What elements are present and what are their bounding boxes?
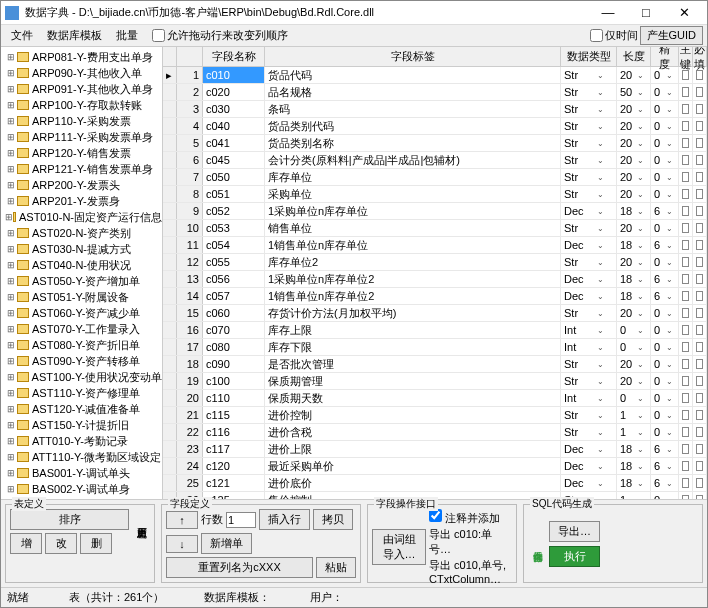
copy-button[interactable]: 拷贝 [313, 509, 353, 530]
gen-guid-button[interactable]: 产生GUID [640, 26, 704, 45]
grid-row[interactable]: 23c117进价上限Dec⌄18⌄6⌄ [163, 441, 707, 458]
byword-button[interactable]: 由词组导入… [372, 529, 426, 565]
tree-node[interactable]: ⊞ARP111-Y-采购发票单身 [1, 129, 162, 145]
tree-node[interactable]: ⊞ARP121-Y-销售发票单身 [1, 161, 162, 177]
tree-node[interactable]: ⊞ARP090-Y-其他收入单 [1, 65, 162, 81]
maximize-button[interactable]: □ [627, 2, 665, 24]
down-button[interactable]: ↓ [166, 535, 198, 553]
grid-row[interactable]: 2c020品名规格Str⌄50⌄0⌄ [163, 84, 707, 101]
col-index[interactable] [177, 47, 203, 66]
tree-node[interactable]: ⊞AST150-Y-计提折旧 [1, 417, 162, 433]
paste-button[interactable]: 粘贴 [316, 557, 356, 578]
grid-row[interactable]: 21c115进价控制Str⌄1⌄0⌄ [163, 407, 707, 424]
menu-batch[interactable]: 批量 [110, 26, 144, 45]
allow-drag-checkbox[interactable]: 允许拖动行来改变列顺序 [152, 28, 288, 43]
grid-row[interactable]: ▸1c010货品代码Str⌄20⌄0⌄ [163, 67, 707, 84]
grid-row[interactable]: 18c090是否批次管理Str⌄20⌄0⌄ [163, 356, 707, 373]
grid-row[interactable]: 7c050库存单位Str⌄20⌄0⌄ [163, 169, 707, 186]
col-label[interactable]: 字段标签 [265, 47, 561, 66]
titlebar: 数据字典 - D:\_bijiade.cn\币加德-客户端\ERP\bin\De… [1, 1, 707, 25]
tree-node[interactable]: ⊞ARP100-Y-存取款转账 [1, 97, 162, 113]
tree-node[interactable]: ⊞AST050-Y-资产增加单 [1, 273, 162, 289]
grid-row[interactable]: 24c120最近采购单价Dec⌄18⌄6⌄ [163, 458, 707, 475]
grid-header: 字段名称 字段标签 数据类型 长度 精度 主键 必填 [163, 47, 707, 67]
tree-node[interactable]: ⊞ARP120-Y-销售发票 [1, 145, 162, 161]
tree-node[interactable]: ⊞AST120-Y-减值准备单 [1, 401, 162, 417]
tree-node[interactable]: ⊞BAS001-Y-调试单头 [1, 465, 162, 481]
col-precision[interactable]: 精度 [651, 47, 679, 66]
tree-node[interactable]: ⊞ATT110-Y-微考勤区域设定 [1, 449, 162, 465]
tree-node[interactable]: ⊞AST090-Y-资产转移单 [1, 353, 162, 369]
comment-add-checkbox[interactable]: 注释并添加 [429, 509, 512, 526]
window-title: 数据字典 - D:\_bijiade.cn\币加德-客户端\ERP\bin\De… [25, 5, 589, 20]
tree-node[interactable]: ⊞ARP081-Y-费用支出单身 [1, 49, 162, 65]
menubar: 文件 数据库模板 批量 允许拖动行来改变列顺序 仅时间 产生GUID [1, 25, 707, 47]
del-button[interactable]: 删 [80, 533, 112, 554]
col-fieldname[interactable]: 字段名称 [203, 47, 265, 66]
tree-node[interactable]: ⊞AST070-Y-工作量录入 [1, 321, 162, 337]
tree-node[interactable]: ⊞AST010-N-固定资产运行信息 [1, 209, 162, 225]
grid-body[interactable]: ▸1c010货品代码Str⌄20⌄0⌄2c020品名规格Str⌄50⌄0⌄3c0… [163, 67, 707, 499]
sort-button[interactable]: 排序 [10, 509, 129, 530]
menu-dbtpl[interactable]: 数据库模板 [41, 26, 108, 45]
grid-row[interactable]: 6c045会计分类(原料料|产成品|半成品|包辅材)Str⌄20⌄0⌄ [163, 152, 707, 169]
update-log-button[interactable]: 更新历史日志 [132, 518, 150, 522]
grid-row[interactable]: 9c0521采购单位n库存单位Dec⌄18⌄6⌄ [163, 203, 707, 220]
menu-file[interactable]: 文件 [5, 26, 39, 45]
grid-row[interactable]: 11c0541销售单位n库存单位Dec⌄18⌄6⌄ [163, 237, 707, 254]
reset-name-button[interactable]: 重置列名为cXXX [166, 557, 313, 578]
export2-link[interactable]: 导出 c010,单号, CTxtColumn… [429, 558, 512, 585]
data-grid: 字段名称 字段标签 数据类型 长度 精度 主键 必填 ▸1c010货品代码Str… [163, 47, 707, 499]
rows-input[interactable] [226, 512, 256, 528]
insert-row-button[interactable]: 插入行 [259, 509, 310, 530]
tree-node[interactable]: ⊞AST110-Y-资产修理单 [1, 385, 162, 401]
grid-row[interactable]: 17c080库存下限Int⌄0⌄0⌄ [163, 339, 707, 356]
statusbar: 就绪 表（共计：261个） 数据库模板： 用户： [1, 587, 707, 607]
grid-row[interactable]: 15c060存货计价方法(月加权平均)Str⌄20⌄0⌄ [163, 305, 707, 322]
col-pk[interactable]: 主键 [679, 47, 693, 66]
grid-row[interactable]: 3c030条码Str⌄20⌄0⌄ [163, 101, 707, 118]
tree-node[interactable]: ⊞ARP091-Y-其他收入单身 [1, 81, 162, 97]
execute-button[interactable]: 执行 [549, 546, 600, 567]
tree-panel[interactable]: ⊞ARP081-Y-费用支出单身⊞ARP090-Y-其他收入单⊞ARP091-Y… [1, 47, 163, 499]
col-length[interactable]: 长度 [617, 47, 651, 66]
grid-row[interactable]: 4c040货品类别代码Str⌄20⌄0⌄ [163, 118, 707, 135]
tree-node[interactable]: ⊞AST080-Y-资产折旧单 [1, 337, 162, 353]
col-rowselect[interactable] [163, 47, 177, 66]
grid-row[interactable]: 12c055库存单位2Str⌄20⌄0⌄ [163, 254, 707, 271]
export1-link[interactable]: 导出 c010:单号… [429, 527, 512, 557]
grid-row[interactable]: 13c0561采购单位n库存单位2Dec⌄18⌄6⌄ [163, 271, 707, 288]
tree-node[interactable]: ⊞ARP201-Y-发票身 [1, 193, 162, 209]
grid-row[interactable]: 5c041货品类别名称Str⌄20⌄0⌄ [163, 135, 707, 152]
grid-row[interactable]: 16c070库存上限Int⌄0⌄0⌄ [163, 322, 707, 339]
tree-node[interactable]: ⊞AST051-Y-附属设备 [1, 289, 162, 305]
new-add-button[interactable]: 新增单 [201, 533, 252, 554]
grid-row[interactable]: 22c116进价含税Str⌄1⌄0⌄ [163, 424, 707, 441]
tree-node[interactable]: ⊞ATT010-Y-考勤记录 [1, 433, 162, 449]
grid-row[interactable]: 8c051采购单位Str⌄20⌄0⌄ [163, 186, 707, 203]
add-button[interactable]: 增 [10, 533, 42, 554]
up-button[interactable]: ↑ [166, 511, 198, 529]
keep-time-checkbox[interactable]: 仅时间 [590, 28, 638, 43]
autosave-label: 全天自动保存 [528, 542, 546, 546]
tree-node[interactable]: ⊞ARP110-Y-采购发票 [1, 113, 162, 129]
tree-node[interactable]: ⊞ARP200-Y-发票头 [1, 177, 162, 193]
close-button[interactable]: ✕ [665, 2, 703, 24]
minimize-button[interactable]: — [589, 2, 627, 24]
grid-row[interactable]: 20c110保质期天数Int⌄0⌄0⌄ [163, 390, 707, 407]
grid-row[interactable]: 25c121进价底价Dec⌄18⌄6⌄ [163, 475, 707, 492]
tree-node[interactable]: ⊞AST040-N-使用状况 [1, 257, 162, 273]
grid-row[interactable]: 19c100保质期管理Str⌄20⌄0⌄ [163, 373, 707, 390]
export-button[interactable]: 导出… [549, 521, 600, 542]
tree-node[interactable]: ⊞BAS002-Y-调试单身 [1, 481, 162, 497]
tree-node[interactable]: ⊞AST020-N-资产类别 [1, 225, 162, 241]
col-req[interactable]: 必填 [693, 47, 707, 66]
grid-row[interactable]: 10c053销售单位Str⌄20⌄0⌄ [163, 220, 707, 237]
col-datatype[interactable]: 数据类型 [561, 47, 617, 66]
mod-button[interactable]: 改 [45, 533, 77, 554]
tree-node[interactable]: ⊞AST100-Y-使用状况变动单 [1, 369, 162, 385]
grid-row[interactable]: 14c0571销售单位n库存单位2Dec⌄18⌄6⌄ [163, 288, 707, 305]
tree-node[interactable]: ⊞AST060-Y-资产减少单 [1, 305, 162, 321]
status-user: 用户： [310, 590, 343, 605]
tree-node[interactable]: ⊞AST030-N-提减方式 [1, 241, 162, 257]
